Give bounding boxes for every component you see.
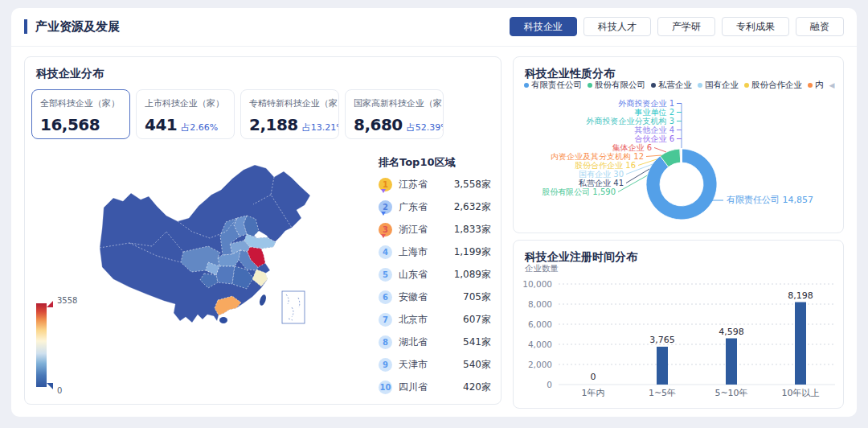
map-taiwan[interactable] (259, 294, 268, 306)
stat-card-1[interactable]: 上市科技企业（家）441占2.66% (136, 89, 235, 139)
bar-value-label-3: 8,198 (788, 290, 813, 301)
pie-label-11: 外商投资企业 1 (617, 99, 674, 108)
stat-card-label: 上市科技企业（家） (145, 97, 226, 109)
rank-region-value: 607家 (463, 313, 491, 327)
stat-card-value: 16,568 (40, 115, 100, 134)
distribution-panel: 科技企业分布 全部科技企业（家）16,568上市科技企业（家）441占2.66%… (24, 56, 502, 405)
stat-card-0[interactable]: 全部科技企业（家）16,568 (31, 89, 130, 139)
pie-label-6: 集体企业 6 (612, 143, 652, 152)
rank-region-name: 北京市 (399, 313, 428, 327)
rank-region-value: 420家 (463, 381, 491, 394)
registration-bar-chart[interactable]: 企业数量02,0004,0006,0008,00010,00001年内3,765… (514, 260, 845, 409)
bar-ytick-0: 0 (547, 380, 552, 389)
rank-region-name: 山东省 (399, 268, 428, 282)
ranking-row-2: 2广东省2,632家 (379, 195, 491, 218)
tab-4[interactable]: 融资 (796, 17, 844, 36)
visual-scale-min-handle[interactable] (47, 383, 53, 389)
stat-card-value: 441 (145, 115, 177, 134)
bar-1[interactable] (657, 347, 668, 385)
main-card: 产业资源及发展 科技企业科技人才产学研专利成果融资 科技企业分布 全部科技企业（… (11, 8, 857, 417)
rank-region-name: 湖北省 (399, 335, 428, 349)
map-mainland[interactable] (100, 165, 310, 323)
ranking-row-5: 5山东省1,089家 (379, 263, 491, 286)
tab-bar: 科技企业科技人才产学研专利成果融资 (510, 17, 844, 36)
rank-region-value: 1,089家 (454, 268, 491, 282)
rank-medal-icon: 2 (379, 200, 392, 214)
pie-label-9: 外商投资企业分支机构 3 (585, 117, 674, 126)
ranking-title: 排名Top10区域 (379, 155, 455, 170)
pie-label-3: 国有企业 30 (579, 170, 624, 179)
stat-cards: 全部科技企业（家）16,568上市科技企业（家）441占2.66%专精特新科技企… (31, 89, 444, 139)
rank-region-name: 安徽省 (399, 290, 428, 304)
rank-region-value: 1,833家 (454, 223, 491, 237)
bar-2[interactable] (726, 339, 737, 385)
bar-category-label-1: 1~5年 (649, 388, 676, 398)
rank-medal-icon: 4 (379, 245, 392, 259)
ranking-row-7: 7北京市607家 (379, 308, 491, 331)
pie-label-10: 事业单位 2 (634, 108, 674, 117)
rank-region-name: 浙江省 (399, 223, 428, 237)
map-hainan[interactable] (219, 317, 227, 323)
stat-card-percent: 占2.66% (181, 121, 218, 134)
rank-region-value: 540家 (463, 358, 491, 372)
bar-value-label-2: 4,598 (719, 327, 744, 337)
bar-ytick-3: 6,000 (528, 319, 552, 329)
rank-region-value: 705家 (463, 290, 491, 304)
rank-region-name: 天津市 (399, 358, 428, 372)
pie-label-4: 股份合作企业 16 (575, 161, 636, 170)
china-map[interactable] (89, 158, 322, 331)
pie-label-1: 股份有限公司 1,590 (542, 187, 616, 196)
bar-category-label-2: 5~10年 (714, 388, 747, 398)
stat-card-label: 专精特新科技企业（家） (249, 97, 330, 109)
rank-medal-icon: 7 (379, 313, 392, 327)
rank-medal-icon: 10 (379, 381, 392, 394)
map-visual-scale[interactable]: 3558 0 (36, 303, 47, 387)
rank-region-value: 2,632家 (454, 200, 491, 214)
rank-region-name: 上海市 (399, 245, 428, 259)
stat-card-label: 国家高新科技企业（家） (354, 97, 435, 109)
rank-medal-icon: 3 (379, 223, 392, 237)
south-china-sea-inset (282, 291, 305, 323)
bar-ytick-4: 8,000 (528, 299, 552, 309)
ranking-row-4: 4上海市1,199家 (379, 241, 491, 263)
pie-label-7: 合伙企业 6 (634, 134, 674, 143)
ranking-row-1: 1江苏省3,558家 (379, 173, 491, 195)
rank-medal-icon: 9 (379, 358, 392, 372)
distribution-panel-title: 科技企业分布 (36, 67, 104, 81)
ranking-row-9: 9天津市540家 (379, 353, 491, 376)
bar-ytick-2: 4,000 (528, 340, 552, 349)
rank-region-value: 3,558家 (454, 178, 491, 191)
page-header: 产业资源及发展 科技企业科技人才产学研专利成果融资 (11, 8, 857, 47)
bar-ytick-5: 10,000 (522, 279, 552, 289)
stat-card-3[interactable]: 国家高新科技企业（家）8,680占52.39% (345, 89, 444, 139)
visual-scale-min-label: 0 (57, 386, 62, 395)
page-title: 产业资源及发展 (24, 19, 120, 34)
bar-ytick-1: 2,000 (528, 360, 552, 369)
tab-1[interactable]: 科技人才 (583, 17, 651, 36)
pie-label-0: 有限责任公司 14,857 (727, 195, 813, 205)
rank-medal-icon: 6 (379, 290, 392, 304)
stat-card-2[interactable]: 专精特新科技企业（家）2,188占13.21% (240, 89, 339, 139)
bar-category-label-0: 1年内 (582, 388, 605, 398)
rank-region-name: 江苏省 (399, 178, 428, 191)
visual-scale-max-handle[interactable] (47, 301, 53, 307)
pie-label-8: 其他企业 4 (634, 126, 674, 134)
bar-3[interactable] (795, 302, 806, 385)
ranking-row-3: 3浙江省1,833家 (379, 218, 491, 241)
ranking-row-6: 6安徽省705家 (379, 286, 491, 308)
pie-label-5: 内资企业及其分支机构 12 (551, 152, 644, 161)
rank-region-value: 1,199家 (454, 245, 491, 259)
rank-medal-icon: 5 (379, 268, 392, 282)
stat-card-percent: 占13.21% (302, 121, 339, 134)
bar-value-label-0: 0 (591, 372, 596, 382)
rank-region-name: 广东省 (399, 200, 428, 214)
tab-3[interactable]: 专利成果 (722, 17, 789, 36)
rank-region-value: 541家 (463, 335, 491, 349)
stat-card-value: 2,188 (249, 115, 298, 134)
tab-0[interactable]: 科技企业 (510, 17, 577, 36)
pie-label-2: 私营企业 41 (578, 179, 624, 187)
bar-ylabel: 企业数量 (524, 263, 559, 273)
tab-2[interactable]: 产学研 (657, 17, 715, 36)
nature-pie-chart[interactable]: 外商投资企业 1事业单位 2外商投资企业分支机构 3其他企业 4合伙企业 6集体… (514, 76, 845, 234)
ranking-list: 1江苏省3,558家2广东省2,632家3浙江省1,833家4上海市1,199家… (379, 173, 491, 398)
